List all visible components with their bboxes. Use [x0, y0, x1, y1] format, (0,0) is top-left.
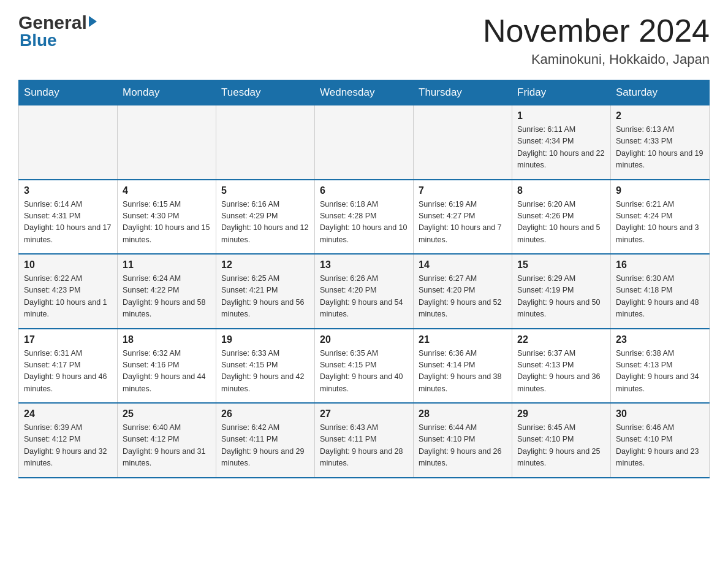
- day-number: 21: [419, 334, 507, 345]
- week-row-4: 17Sunrise: 6:31 AMSunset: 4:17 PMDayligh…: [19, 329, 710, 404]
- day-info: Sunrise: 6:46 AMSunset: 4:10 PMDaylight:…: [616, 422, 704, 470]
- calendar-cell: 7Sunrise: 6:19 AMSunset: 4:27 PMDaylight…: [414, 180, 512, 255]
- day-number: 5: [221, 185, 309, 196]
- calendar-cell: 17Sunrise: 6:31 AMSunset: 4:17 PMDayligh…: [19, 329, 118, 404]
- day-header-friday: Friday: [512, 80, 611, 105]
- day-info: Sunrise: 6:29 AMSunset: 4:19 PMDaylight:…: [517, 273, 605, 321]
- day-info: Sunrise: 6:11 AMSunset: 4:34 PMDaylight:…: [517, 124, 605, 172]
- day-number: 18: [123, 334, 211, 345]
- day-info: Sunrise: 6:36 AMSunset: 4:14 PMDaylight:…: [419, 348, 507, 396]
- day-info: Sunrise: 6:22 AMSunset: 4:23 PMDaylight:…: [24, 273, 112, 321]
- day-number: 10: [24, 259, 112, 270]
- calendar-cell: 11Sunrise: 6:24 AMSunset: 4:22 PMDayligh…: [118, 254, 216, 329]
- day-info: Sunrise: 6:35 AMSunset: 4:15 PMDaylight:…: [320, 348, 408, 396]
- day-info: Sunrise: 6:44 AMSunset: 4:10 PMDaylight:…: [419, 422, 507, 470]
- logo-blue-text: Blue: [20, 31, 57, 50]
- day-number: 23: [616, 334, 704, 345]
- calendar-cell: [414, 105, 512, 180]
- day-number: 24: [24, 408, 112, 419]
- day-number: 4: [123, 185, 211, 196]
- day-info: Sunrise: 6:31 AMSunset: 4:17 PMDaylight:…: [24, 348, 112, 396]
- calendar-cell: [315, 105, 414, 180]
- day-header-wednesday: Wednesday: [315, 80, 414, 105]
- logo-arrow-icon: [89, 16, 97, 27]
- day-number: 16: [616, 259, 704, 270]
- day-info: Sunrise: 6:33 AMSunset: 4:15 PMDaylight:…: [221, 348, 309, 396]
- day-number: 29: [517, 408, 605, 419]
- day-number: 20: [320, 334, 408, 345]
- calendar-cell: 22Sunrise: 6:37 AMSunset: 4:13 PMDayligh…: [512, 329, 611, 404]
- week-row-1: 1Sunrise: 6:11 AMSunset: 4:34 PMDaylight…: [19, 105, 710, 180]
- day-info: Sunrise: 6:14 AMSunset: 4:31 PMDaylight:…: [24, 199, 112, 247]
- calendar-cell: 28Sunrise: 6:44 AMSunset: 4:10 PMDayligh…: [414, 403, 512, 478]
- week-row-2: 3Sunrise: 6:14 AMSunset: 4:31 PMDaylight…: [19, 180, 710, 255]
- calendar-cell: 14Sunrise: 6:27 AMSunset: 4:20 PMDayligh…: [414, 254, 512, 329]
- calendar-cell: 12Sunrise: 6:25 AMSunset: 4:21 PMDayligh…: [216, 254, 315, 329]
- day-info: Sunrise: 6:37 AMSunset: 4:13 PMDaylight:…: [517, 348, 605, 396]
- day-number: 8: [517, 185, 605, 196]
- calendar-cell: 4Sunrise: 6:15 AMSunset: 4:30 PMDaylight…: [118, 180, 216, 255]
- calendar-cell: 23Sunrise: 6:38 AMSunset: 4:13 PMDayligh…: [611, 329, 710, 404]
- day-number: 30: [616, 408, 704, 419]
- day-number: 14: [419, 259, 507, 270]
- day-number: 25: [123, 408, 211, 419]
- day-number: 11: [123, 259, 211, 270]
- calendar-body: 1Sunrise: 6:11 AMSunset: 4:34 PMDaylight…: [19, 105, 710, 478]
- week-row-5: 24Sunrise: 6:39 AMSunset: 4:12 PMDayligh…: [19, 403, 710, 478]
- logo-general-text: General: [18, 12, 97, 33]
- day-number: 6: [320, 185, 408, 196]
- calendar-cell: 26Sunrise: 6:42 AMSunset: 4:11 PMDayligh…: [216, 403, 315, 478]
- calendar-cell: [216, 105, 315, 180]
- day-header-sunday: Sunday: [19, 80, 118, 105]
- calendar-cell: 2Sunrise: 6:13 AMSunset: 4:33 PMDaylight…: [611, 105, 710, 180]
- day-header-tuesday: Tuesday: [216, 80, 315, 105]
- day-header-saturday: Saturday: [611, 80, 710, 105]
- day-info: Sunrise: 6:24 AMSunset: 4:22 PMDaylight:…: [123, 273, 211, 321]
- calendar-cell: 16Sunrise: 6:30 AMSunset: 4:18 PMDayligh…: [611, 254, 710, 329]
- calendar-cell: 9Sunrise: 6:21 AMSunset: 4:24 PMDaylight…: [611, 180, 710, 255]
- calendar-cell: 30Sunrise: 6:46 AMSunset: 4:10 PMDayligh…: [611, 403, 710, 478]
- calendar-cell: 13Sunrise: 6:26 AMSunset: 4:20 PMDayligh…: [315, 254, 414, 329]
- day-info: Sunrise: 6:13 AMSunset: 4:33 PMDaylight:…: [616, 124, 704, 172]
- calendar-cell: 24Sunrise: 6:39 AMSunset: 4:12 PMDayligh…: [19, 403, 118, 478]
- calendar-cell: 6Sunrise: 6:18 AMSunset: 4:28 PMDaylight…: [315, 180, 414, 255]
- calendar-cell: 5Sunrise: 6:16 AMSunset: 4:29 PMDaylight…: [216, 180, 315, 255]
- calendar-cell: 20Sunrise: 6:35 AMSunset: 4:15 PMDayligh…: [315, 329, 414, 404]
- day-number: 27: [320, 408, 408, 419]
- calendar-cell: 27Sunrise: 6:43 AMSunset: 4:11 PMDayligh…: [315, 403, 414, 478]
- calendar-cell: 1Sunrise: 6:11 AMSunset: 4:34 PMDaylight…: [512, 105, 611, 180]
- day-info: Sunrise: 6:25 AMSunset: 4:21 PMDaylight:…: [221, 273, 309, 321]
- page-header: General Blue November 2024 Kaminokuni, H…: [18, 12, 710, 67]
- logo: General Blue: [18, 12, 97, 50]
- day-number: 13: [320, 259, 408, 270]
- calendar-cell: 29Sunrise: 6:45 AMSunset: 4:10 PMDayligh…: [512, 403, 611, 478]
- day-number: 9: [616, 185, 704, 196]
- day-info: Sunrise: 6:21 AMSunset: 4:24 PMDaylight:…: [616, 199, 704, 247]
- calendar-header: SundayMondayTuesdayWednesdayThursdayFrid…: [19, 80, 710, 105]
- day-info: Sunrise: 6:15 AMSunset: 4:30 PMDaylight:…: [123, 199, 211, 247]
- calendar-cell: 15Sunrise: 6:29 AMSunset: 4:19 PMDayligh…: [512, 254, 611, 329]
- day-number: 7: [419, 185, 507, 196]
- day-number: 26: [221, 408, 309, 419]
- day-info: Sunrise: 6:18 AMSunset: 4:28 PMDaylight:…: [320, 199, 408, 247]
- calendar-cell: 21Sunrise: 6:36 AMSunset: 4:14 PMDayligh…: [414, 329, 512, 404]
- day-number: 28: [419, 408, 507, 419]
- day-number: 12: [221, 259, 309, 270]
- day-info: Sunrise: 6:43 AMSunset: 4:11 PMDaylight:…: [320, 422, 408, 470]
- day-number: 19: [221, 334, 309, 345]
- day-number: 17: [24, 334, 112, 345]
- month-title: November 2024: [483, 12, 710, 49]
- day-info: Sunrise: 6:30 AMSunset: 4:18 PMDaylight:…: [616, 273, 704, 321]
- day-info: Sunrise: 6:16 AMSunset: 4:29 PMDaylight:…: [221, 199, 309, 247]
- title-area: November 2024 Kaminokuni, Hokkaido, Japa…: [483, 12, 710, 67]
- calendar-cell: 25Sunrise: 6:40 AMSunset: 4:12 PMDayligh…: [118, 403, 216, 478]
- day-header-monday: Monday: [118, 80, 216, 105]
- calendar-cell: 10Sunrise: 6:22 AMSunset: 4:23 PMDayligh…: [19, 254, 118, 329]
- day-number: 1: [517, 110, 605, 121]
- calendar-cell: [118, 105, 216, 180]
- day-info: Sunrise: 6:38 AMSunset: 4:13 PMDaylight:…: [616, 348, 704, 396]
- day-info: Sunrise: 6:27 AMSunset: 4:20 PMDaylight:…: [419, 273, 507, 321]
- day-info: Sunrise: 6:19 AMSunset: 4:27 PMDaylight:…: [419, 199, 507, 247]
- day-info: Sunrise: 6:26 AMSunset: 4:20 PMDaylight:…: [320, 273, 408, 321]
- day-info: Sunrise: 6:42 AMSunset: 4:11 PMDaylight:…: [221, 422, 309, 470]
